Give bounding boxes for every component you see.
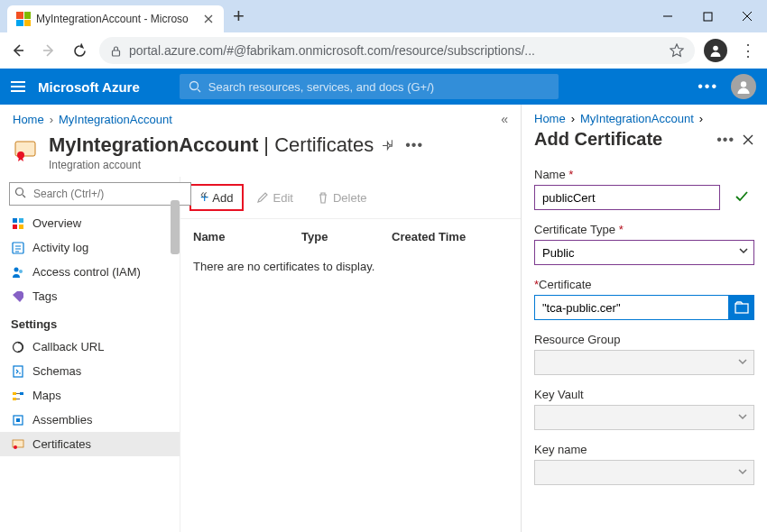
edit-button[interactable]: Edit — [245, 186, 303, 210]
chevron-right-icon: › — [50, 113, 53, 126]
nav-certificates[interactable]: Certificates — [0, 432, 180, 456]
blade-title: MyIntegrationAccount | Certificates — [49, 133, 374, 157]
window-controls — [648, 2, 767, 31]
nav-callback-url[interactable]: Callback URL — [0, 335, 180, 359]
folder-icon — [735, 301, 749, 314]
scrollbar-thumb[interactable] — [171, 200, 180, 254]
nav-tags[interactable]: Tags — [0, 284, 180, 308]
new-tab-button[interactable]: + — [224, 5, 254, 28]
chevron-right-icon: › — [699, 112, 703, 125]
global-search[interactable]: Search resources, services, and docs (G+… — [180, 74, 559, 99]
svg-point-3 — [189, 82, 198, 90]
main-blade: Home › MyIntegrationAccount « MyIntegrat… — [0, 105, 522, 532]
svg-rect-18 — [20, 392, 23, 395]
pencil-icon — [256, 191, 269, 204]
panel-more-button[interactable]: ••• — [716, 132, 735, 148]
chevron-down-icon — [737, 356, 748, 367]
panel-breadcrumb: Home › MyIntegrationAccount › — [522, 105, 767, 125]
svg-point-4 — [741, 81, 746, 87]
col-name[interactable]: Name — [193, 230, 301, 243]
name-label: Name * — [534, 168, 754, 181]
menu-search-input[interactable] — [9, 182, 191, 206]
empty-message: There are no certificates to display. — [180, 251, 521, 282]
nav-maps[interactable]: Maps — [0, 383, 180, 408]
certificate-form: Name * Certificate Type * Public *Certif… — [522, 159, 767, 485]
collapse-breadcrumb-button[interactable]: « — [501, 112, 508, 126]
nav-section-settings: Settings — [0, 308, 180, 335]
back-button[interactable] — [7, 42, 29, 59]
menu-collapse-button[interactable]: « — [197, 187, 211, 201]
certificate-icon — [11, 438, 25, 451]
svg-rect-1 — [113, 50, 120, 56]
chevron-down-icon — [737, 411, 748, 422]
svg-rect-9 — [19, 218, 23, 223]
panel-bc-home[interactable]: Home — [534, 112, 566, 125]
minimize-button[interactable] — [648, 2, 688, 31]
nav-overview[interactable]: Overview — [0, 211, 180, 235]
resource-group-select[interactable] — [534, 350, 754, 375]
breadcrumb-item[interactable]: MyIntegrationAccount — [59, 113, 172, 126]
search-icon — [189, 80, 201, 93]
blade-subtitle: Integration account — [49, 159, 508, 171]
nav-access-control[interactable]: Access control (IAM) — [0, 260, 180, 284]
profile-avatar[interactable] — [704, 39, 727, 62]
key-name-select[interactable] — [534, 460, 754, 485]
blade-header: MyIntegrationAccount | Certificates ••• … — [0, 130, 521, 177]
nav-activity-log[interactable]: Activity log — [0, 235, 180, 260]
panel-title: Add Certificate — [534, 129, 709, 150]
type-select[interactable]: Public — [534, 240, 754, 265]
table-header: Name Type Created Time — [180, 219, 521, 251]
browser-chrome: MyIntegrationAccount - Microso + portal.… — [0, 0, 767, 69]
browser-tab[interactable]: MyIntegrationAccount - Microso — [7, 5, 224, 32]
azure-brand[interactable]: Microsoft Azure — [38, 79, 140, 95]
certificate-file-input[interactable] — [534, 295, 729, 320]
blade-more-button[interactable]: ••• — [405, 137, 423, 153]
delete-button[interactable]: Delete — [306, 186, 378, 210]
nav-assemblies[interactable]: Assemblies — [0, 408, 180, 432]
search-placeholder: Search resources, services, and docs (G+… — [208, 80, 434, 94]
url-text: portal.azure.com/#@fabrikam.onmicrosoft.… — [129, 43, 535, 58]
svg-rect-17 — [13, 392, 16, 395]
kn-label: Key name — [534, 443, 754, 456]
close-window-button[interactable] — [727, 2, 767, 31]
browser-menu-button[interactable]: ⋮ — [736, 41, 760, 60]
tab-close-icon[interactable] — [202, 13, 215, 25]
address-row: portal.azure.com/#@fabrikam.onmicrosoft.… — [0, 32, 767, 69]
search-icon — [14, 187, 26, 198]
tab-title: MyIntegrationAccount - Microso — [36, 13, 197, 25]
type-label: Certificate Type * — [534, 223, 754, 236]
topbar-more-button[interactable]: ••• — [698, 78, 718, 95]
ms-logo-icon — [16, 12, 31, 26]
name-input[interactable] — [534, 185, 720, 210]
overview-icon — [11, 217, 25, 230]
svg-rect-19 — [13, 398, 16, 400]
iam-icon — [11, 266, 25, 279]
panel-bc-item[interactable]: MyIntegrationAccount — [580, 112, 694, 125]
portal-menu-button[interactable] — [11, 81, 25, 92]
breadcrumb: Home › MyIntegrationAccount « — [0, 105, 521, 130]
svg-rect-8 — [13, 218, 17, 223]
key-vault-select[interactable] — [534, 405, 754, 430]
svg-rect-10 — [13, 225, 17, 229]
pin-icon[interactable] — [383, 139, 396, 152]
svg-rect-11 — [19, 225, 23, 229]
map-icon — [11, 390, 25, 402]
user-avatar[interactable] — [731, 74, 756, 99]
bookmark-icon[interactable] — [670, 43, 684, 58]
forward-button[interactable] — [38, 42, 60, 59]
chevron-down-icon — [738, 245, 749, 256]
panel-close-button[interactable] — [742, 133, 754, 146]
maximize-button[interactable] — [688, 2, 727, 31]
col-created[interactable]: Created Time — [392, 230, 508, 243]
reload-button[interactable] — [69, 43, 90, 59]
browse-file-button[interactable] — [729, 295, 754, 320]
tab-strip: MyIntegrationAccount - Microso + — [0, 0, 767, 32]
certificates-pane: +Add Edit Delete Name Type Created Time … — [180, 177, 521, 532]
col-type[interactable]: Type — [301, 230, 392, 243]
nav-schemas[interactable]: Schemas — [0, 359, 180, 383]
svg-point-2 — [713, 46, 718, 51]
check-icon — [735, 189, 749, 204]
address-bar[interactable]: portal.azure.com/#@fabrikam.onmicrosoft.… — [99, 37, 695, 64]
azure-topbar: Microsoft Azure Search resources, servic… — [0, 69, 767, 105]
breadcrumb-home[interactable]: Home — [13, 113, 44, 126]
